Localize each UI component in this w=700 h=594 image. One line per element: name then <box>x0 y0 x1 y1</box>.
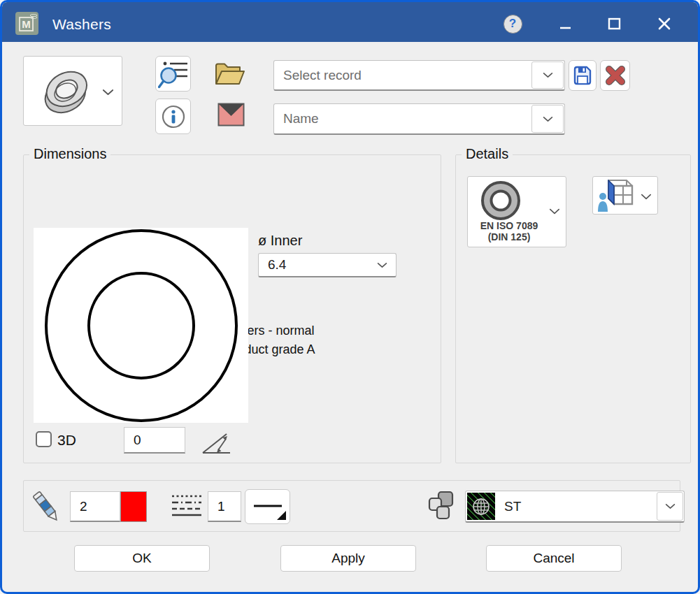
close-button[interactable] <box>653 13 676 35</box>
pen-icon <box>32 489 60 524</box>
email-button[interactable] <box>217 103 245 126</box>
washer-drawing <box>34 228 248 423</box>
line-style-dropdown[interactable] <box>245 489 290 524</box>
3d-checkbox[interactable] <box>36 431 52 447</box>
name-dropdown-button[interactable] <box>531 105 564 133</box>
cancel-button[interactable]: Cancel <box>486 545 622 572</box>
standard-label: EN ISO 7089 (DIN 125) <box>468 220 550 242</box>
layer-value: ST <box>495 491 656 521</box>
name-combobox[interactable]: Name <box>273 103 565 135</box>
apply-button[interactable]: Apply <box>280 545 416 572</box>
view-mode-combobox[interactable] <box>592 176 658 215</box>
ok-button[interactable]: OK <box>74 545 210 572</box>
washers-dialog: M Washers ? <box>0 0 700 594</box>
pen-color-swatch[interactable] <box>120 491 147 522</box>
layer-dropdown-button[interactable] <box>657 492 683 521</box>
open-folder-button[interactable] <box>215 61 245 87</box>
svg-text:M: M <box>22 18 31 30</box>
details-legend: Details <box>462 146 513 162</box>
line-type-input[interactable] <box>208 491 241 522</box>
inner-diameter-value: 6.4 <box>259 254 368 276</box>
close-icon <box>654 13 675 34</box>
help-button[interactable]: ? <box>501 13 524 35</box>
info-button[interactable] <box>155 99 191 134</box>
pen-width-input[interactable] <box>70 491 120 522</box>
style-toolbar-group: ST <box>23 480 680 532</box>
info-icon <box>161 104 186 129</box>
rotation-angle-input[interactable] <box>124 427 185 454</box>
washer-3d-icon <box>35 62 98 121</box>
minimize-button[interactable] <box>554 13 576 35</box>
maximize-icon <box>603 13 624 34</box>
chevron-down-icon <box>543 116 553 122</box>
window-title: Washers <box>52 16 111 33</box>
chevron-down-icon <box>543 72 553 78</box>
select-record-dropdown-button[interactable] <box>531 61 564 89</box>
line-type-icon <box>169 493 204 520</box>
inner-diameter-label: ø Inner <box>258 233 302 249</box>
angle-icon <box>200 428 232 456</box>
chevron-down-icon <box>377 262 387 268</box>
hatch-pattern-thumbnail <box>467 493 495 520</box>
layer-combobox[interactable]: ST <box>465 491 685 523</box>
search-list-icon <box>158 59 189 89</box>
corner-triangle-icon <box>277 511 286 520</box>
globe-icon <box>472 498 490 516</box>
search-records-button[interactable] <box>155 56 191 92</box>
name-value: Name <box>274 104 531 133</box>
washer-type-dropdown[interactable] <box>23 56 122 126</box>
chevron-down-icon <box>641 194 652 200</box>
standard-combobox[interactable]: EN ISO 7089 (DIN 125) <box>467 176 566 247</box>
details-group: Details EN ISO 7089 (DIN 125) <box>455 154 691 463</box>
help-icon: ? <box>503 15 522 34</box>
chevron-down-icon <box>665 503 676 509</box>
washer-ring-icon <box>480 180 522 222</box>
email-icon <box>217 103 245 126</box>
open-folder-icon <box>215 61 245 87</box>
inner-diameter-dropdown-button[interactable] <box>368 254 396 276</box>
save-button[interactable] <box>569 60 597 91</box>
layers-icon <box>427 491 457 523</box>
minimize-icon <box>555 13 576 34</box>
chevron-down-icon <box>102 89 114 96</box>
line-style-preview <box>252 504 283 508</box>
maximize-button[interactable] <box>603 13 625 35</box>
select-record-value: Select record <box>274 61 531 89</box>
delete-button[interactable] <box>600 60 630 91</box>
dimensions-legend: Dimensions <box>29 146 110 162</box>
3d-checkbox-label: 3D <box>57 432 76 449</box>
save-icon <box>572 64 593 87</box>
select-record-combobox[interactable]: Select record <box>273 60 565 91</box>
washer-drawing-canvas <box>34 228 248 423</box>
inner-diameter-combobox[interactable]: 6.4 <box>258 253 397 277</box>
titlebar: M Washers ? <box>2 2 698 42</box>
person-cube-icon <box>597 180 638 212</box>
layer-thumbnail <box>466 491 495 521</box>
delete-icon <box>604 64 627 87</box>
dimensions-group: Dimensions Plain washers - normal series… <box>23 154 441 463</box>
chevron-down-icon <box>549 208 560 215</box>
app-icon: M <box>15 12 38 35</box>
